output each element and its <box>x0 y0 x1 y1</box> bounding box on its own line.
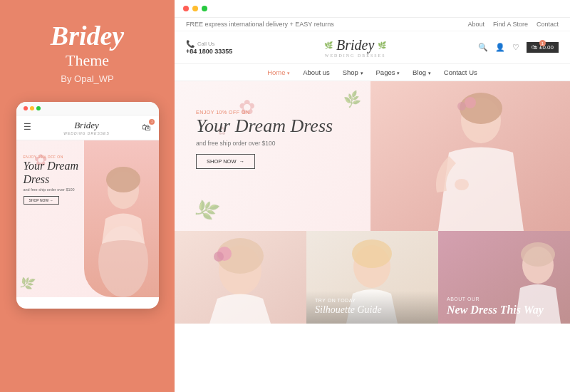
hero-image <box>370 81 570 231</box>
logo-leaf-right: 🌿 <box>378 41 386 49</box>
hero-subtext: and free ship order over $100 <box>196 140 333 147</box>
mobile-cart-badge: 2 <box>149 119 155 125</box>
cart-button[interactable]: 1 🛍 £0.00 <box>527 42 559 53</box>
browser-dot-yellow <box>192 6 198 11</box>
mobile-nav: ☰ Bridey WEDDING DRESSES 🛍 2 <box>16 115 159 140</box>
hero-enjoy-text: ENJOY 10% OFF ON <box>196 110 333 115</box>
mobile-hero-headline: Your Dream Dress <box>24 159 79 186</box>
mobile-cart-icon[interactable]: 🛍 2 <box>142 122 151 133</box>
bottom-image-2: Try on today Silhouette Guide <box>306 231 438 324</box>
nav-pages-arrow: ▾ <box>397 71 400 76</box>
mobile-hero-sub: and free ship order over $100 <box>24 187 79 192</box>
left-panel: Bridey Theme By Opal_WP ☰ Bridey WEDDING… <box>0 0 175 392</box>
hero-leaf-top-right: 🌿 <box>342 90 362 110</box>
mobile-shop-button[interactable]: SHOP NOW → <box>24 196 59 205</box>
site-bottom-row: Try on today Silhouette Guide <box>175 231 570 324</box>
cart-bag-icon: 🛍 <box>532 44 537 51</box>
bottom-overlay-2: Try on today Silhouette Guide <box>306 291 438 324</box>
top-bar-about[interactable]: About <box>467 21 484 28</box>
mobile-leaf-deco: 🌿 <box>18 274 36 292</box>
nav-blog[interactable]: Blog ▾ <box>413 68 431 76</box>
top-bar-links: About Find A Store Contact <box>467 21 559 28</box>
svg-point-8 <box>455 179 469 190</box>
bottom-title-3: New Dress This Way <box>447 303 561 316</box>
dot-yellow <box>30 106 34 110</box>
browser-dot-green <box>202 6 207 11</box>
phone-icon: 📞 <box>186 40 195 48</box>
nav-shop[interactable]: Shop ▾ <box>343 68 363 76</box>
logo-sub: WEDDING DRESSES <box>324 53 386 58</box>
svg-point-6 <box>465 97 476 108</box>
call-label: Call Us <box>197 41 214 47</box>
site-hero: ✿ ✿ 🌿 🌿 ENJOY 10% OFF ON Your Dream Dres… <box>175 81 570 231</box>
dot-red <box>24 106 28 110</box>
mobile-hero-text: ENJOY 10% OFF ON Your Dream Dress and fr… <box>24 155 79 205</box>
svg-point-2 <box>106 167 140 192</box>
search-icon[interactable]: 🔍 <box>478 43 488 52</box>
bottom-image-3: About Our New Dress This Way <box>438 231 570 324</box>
hamburger-icon[interactable]: ☰ <box>24 122 31 133</box>
mobile-hero: ✿ ENJOY 10% OFF ON Your Dream Dress and … <box>16 140 159 297</box>
brand-by: By Opal_WP <box>61 73 113 84</box>
svg-point-19 <box>521 242 555 267</box>
user-icon[interactable]: 👤 <box>495 43 505 52</box>
nav-pages[interactable]: Pages ▾ <box>376 68 400 76</box>
bottom-label-3: About Our <box>447 296 561 301</box>
hero-btn-label: SHOP NOW <box>207 158 237 165</box>
site-icons: 🔍 👤 ♡ 1 🛍 £0.00 <box>478 42 559 53</box>
mobile-browser-bar <box>16 102 159 115</box>
brand-title: Bridey <box>51 21 124 51</box>
top-bar-find-store[interactable]: Find A Store <box>493 21 528 28</box>
hero-btn-arrow: → <box>239 158 245 165</box>
top-bar-shipping: FREE express international delivery + EA… <box>186 21 334 28</box>
bottom-overlay-3: About Our New Dress This Way <box>438 289 570 324</box>
mobile-hero-image <box>84 140 159 297</box>
brand-subtitle: Theme <box>66 51 109 70</box>
browser-dot-red <box>183 6 189 11</box>
dot-green <box>36 106 41 110</box>
bottom-image-1 <box>175 231 306 324</box>
svg-point-16 <box>352 239 392 268</box>
nav-about[interactable]: About us <box>303 68 330 76</box>
call-number: +84 1800 33355 <box>186 48 232 55</box>
hero-leaf-bottom: 🌿 <box>192 196 221 224</box>
hero-shop-button[interactable]: SHOP NOW → <box>196 154 255 169</box>
nav-home[interactable]: Home ▾ <box>267 68 290 76</box>
top-bar-contact[interactable]: Contact <box>537 21 559 28</box>
mobile-brand-logo: Bridey WEDDING DRESSES <box>63 120 109 135</box>
nav-blog-arrow: ▾ <box>428 71 431 76</box>
hero-text-block: ENJOY 10% OFF ON Your Dream Dress and fr… <box>196 110 333 169</box>
svg-point-7 <box>457 102 466 110</box>
logo-leaf-left: 🌿 <box>324 41 333 49</box>
browser-chrome <box>175 0 570 18</box>
right-panel: FREE express international delivery + EA… <box>175 0 570 392</box>
site-logo: 🌿 Bridey 🌿 WEDDING DRESSES <box>324 37 386 58</box>
mobile-mockup: ☰ Bridey WEDDING DRESSES 🛍 2 ✿ ENJOY 10%… <box>16 102 159 309</box>
call-section: 📞 Call Us +84 1800 33355 <box>186 40 232 55</box>
site-top-bar: FREE express international delivery + EA… <box>175 18 570 31</box>
nav-home-arrow: ▾ <box>287 71 290 76</box>
site-nav: Home ▾ About us Shop ▾ Pages ▾ Blog ▾ Co… <box>175 64 570 81</box>
mobile-dots <box>24 106 41 110</box>
bottom-title-2: Silhouette Guide <box>315 304 430 316</box>
logo-text: Bridey <box>336 37 374 53</box>
nav-contact[interactable]: Contact Us <box>444 68 477 76</box>
wishlist-icon[interactable]: ♡ <box>512 43 519 52</box>
site-header: 📞 Call Us +84 1800 33355 🌿 Bridey 🌿 WEDD… <box>175 31 570 64</box>
nav-shop-arrow: ▾ <box>361 71 363 76</box>
hero-headline: Your Dream Dress <box>196 115 333 137</box>
cart-badge: 1 <box>539 40 546 46</box>
website-content: FREE express international delivery + EA… <box>175 18 570 392</box>
bottom-label-2: Try on today <box>315 298 430 303</box>
svg-point-5 <box>460 93 502 124</box>
svg-point-13 <box>214 252 224 262</box>
